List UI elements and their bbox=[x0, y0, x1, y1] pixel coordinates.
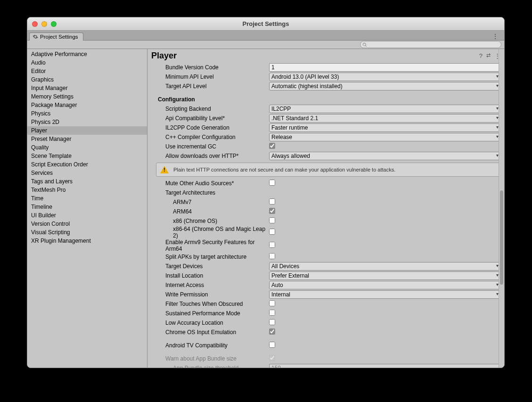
scripting-backend-label: Scripting Backend bbox=[156, 106, 269, 112]
sidebar-item-time[interactable]: Time bbox=[27, 194, 147, 203]
min-api-dropdown[interactable]: Android 13.0 (API level 33) bbox=[269, 73, 501, 81]
api-compat-dropdown[interactable]: .NET Standard 2.1 bbox=[269, 114, 501, 123]
titlebar: Project Settings bbox=[27, 17, 504, 31]
arch-arm64-label: ARM64 bbox=[156, 208, 269, 215]
sidebar-item-memory-settings[interactable]: Memory Settings bbox=[27, 92, 147, 101]
warning-icon bbox=[160, 166, 169, 173]
sidebar-item-package-manager[interactable]: Package Manager bbox=[27, 101, 147, 109]
bundle-threshold-label: App Bundle size threshold bbox=[156, 365, 269, 368]
sidebar-item-audio[interactable]: Audio bbox=[27, 58, 147, 67]
warn-bundle-checkbox bbox=[269, 355, 275, 361]
sidebar-item-version-control[interactable]: Version Control bbox=[27, 220, 147, 228]
bundle-version-code-input[interactable] bbox=[269, 63, 501, 72]
http-dropdown[interactable]: Always allowed bbox=[269, 152, 501, 160]
target-api-label: Target API Level bbox=[156, 83, 269, 90]
sustained-perf-label: Sustained Performance Mode bbox=[156, 310, 269, 317]
il2cpp-codegen-dropdown[interactable]: Faster runtime bbox=[269, 123, 501, 132]
bundle-threshold-input bbox=[269, 364, 501, 368]
internet-access-label: Internet Access bbox=[156, 282, 269, 288]
page-title: Player bbox=[151, 51, 177, 61]
low-accuracy-checkbox[interactable] bbox=[269, 319, 275, 325]
arch-x86-64-label: x86-64 (Chrome OS and Magic Leap 2) bbox=[156, 226, 269, 239]
split-apks-label: Split APKs by target architecture bbox=[156, 254, 269, 260]
search-row bbox=[27, 41, 504, 49]
sidebar-item-physics[interactable]: Physics bbox=[27, 109, 147, 118]
sidebar-item-scene-template[interactable]: Scene Template bbox=[27, 152, 147, 160]
window-title: Project Settings bbox=[27, 20, 504, 27]
sidebar-item-visual-scripting[interactable]: Visual Scripting bbox=[27, 228, 147, 237]
incremental-gc-label: Use incremental GC bbox=[156, 143, 269, 150]
sidebar-item-input-manager[interactable]: Input Manager bbox=[27, 84, 147, 92]
tab-project-settings[interactable]: Project Settings bbox=[29, 33, 83, 41]
sidebar-item-editor[interactable]: Editor bbox=[27, 67, 147, 75]
gear-icon bbox=[33, 34, 38, 40]
chrome-os-input-label: Chrome OS Input Emulation bbox=[156, 329, 269, 336]
mute-other-audio-label: Mute Other Audio Sources* bbox=[156, 180, 269, 187]
android-tv-checkbox[interactable] bbox=[269, 342, 275, 348]
sidebar-item-timeline[interactable]: Timeline bbox=[27, 203, 147, 211]
filter-touches-label: Filter Touches When Obscured bbox=[156, 301, 269, 307]
sidebar-item-graphics[interactable]: Graphics bbox=[27, 75, 147, 84]
scrollbar-thumb[interactable] bbox=[500, 190, 503, 285]
sidebar: Adaptive PerformanceAudioEditorGraphicsI… bbox=[27, 49, 147, 368]
warn-bundle-label: Warn about App Bundle size bbox=[156, 355, 269, 362]
presets-icon[interactable]: ⇄ bbox=[486, 52, 491, 59]
split-apks-checkbox[interactable] bbox=[269, 253, 275, 259]
arch-armv7-label: ARMv7 bbox=[156, 199, 269, 205]
sidebar-item-preset-manager[interactable]: Preset Manager bbox=[27, 135, 147, 143]
settings-body: Bundle Version Code Minimum API Level An… bbox=[147, 62, 504, 368]
help-icon[interactable]: ? bbox=[479, 52, 483, 59]
write-permission-dropdown[interactable]: Internal bbox=[269, 290, 501, 299]
configuration-heading: Configuration bbox=[156, 96, 269, 103]
bundle-version-code-label: Bundle Version Code bbox=[156, 64, 269, 71]
sidebar-item-services[interactable]: Services bbox=[27, 169, 147, 177]
il2cpp-codegen-label: IL2CPP Code Generation bbox=[156, 124, 269, 131]
search-icon bbox=[362, 42, 367, 47]
target-api-dropdown[interactable]: Automatic (highest installed) bbox=[269, 82, 501, 90]
install-location-label: Install Location bbox=[156, 272, 269, 279]
internet-access-dropdown[interactable]: Auto bbox=[269, 281, 501, 289]
http-warning-text: Plain text HTTP connections are not secu… bbox=[173, 167, 395, 172]
armv9-sec-checkbox[interactable] bbox=[269, 242, 275, 248]
sidebar-item-adaptive-performance[interactable]: Adaptive Performance bbox=[27, 50, 147, 58]
incremental-gc-checkbox[interactable] bbox=[269, 143, 275, 149]
arch-armv7-checkbox[interactable] bbox=[269, 198, 275, 205]
tab-row: Project Settings ⋮ bbox=[27, 31, 504, 41]
sidebar-item-quality[interactable]: Quality bbox=[27, 143, 147, 152]
main-panel: Player ? ⇄ ⋮ Bundle Version Code Minimum… bbox=[147, 49, 504, 368]
sustained-perf-checkbox[interactable] bbox=[269, 310, 275, 316]
target-arch-label: Target Architectures bbox=[156, 189, 269, 196]
arch-arm64-checkbox[interactable] bbox=[269, 208, 275, 214]
android-tv-label: Android TV Compatibility bbox=[156, 342, 269, 349]
sidebar-item-textmesh-pro[interactable]: TextMesh Pro bbox=[27, 186, 147, 194]
cpp-compiler-dropdown[interactable]: Release bbox=[269, 133, 501, 141]
mute-other-audio-checkbox[interactable] bbox=[269, 180, 275, 186]
sidebar-item-xr-plugin-management[interactable]: XR Plugin Management bbox=[27, 237, 147, 245]
search-input[interactable] bbox=[360, 41, 501, 48]
low-accuracy-label: Low Accuracy Location bbox=[156, 320, 269, 326]
sidebar-item-ui-builder[interactable]: UI Builder bbox=[27, 211, 147, 220]
target-devices-label: Target Devices bbox=[156, 263, 269, 270]
chrome-os-input-checkbox[interactable] bbox=[269, 328, 275, 335]
write-permission-label: Write Permission bbox=[156, 291, 269, 298]
armv9-sec-label: Enable Armv9 Security Features for Arm64 bbox=[156, 239, 269, 252]
arch-x86-checkbox[interactable] bbox=[269, 217, 275, 223]
http-label: Allow downloads over HTTP* bbox=[156, 153, 269, 159]
api-compat-label: Api Compatibility Level* bbox=[156, 115, 269, 122]
sidebar-item-script-execution-order[interactable]: Script Execution Order bbox=[27, 160, 147, 169]
http-warning-box: Plain text HTTP connections are not secu… bbox=[156, 163, 499, 177]
scripting-backend-dropdown[interactable]: IL2CPP bbox=[269, 105, 501, 113]
arch-x86-label: x86 (Chrome OS) bbox=[156, 218, 269, 224]
scrollbar[interactable] bbox=[499, 49, 504, 368]
min-api-label: Minimum API Level bbox=[156, 74, 269, 80]
sidebar-item-player[interactable]: Player bbox=[27, 126, 147, 135]
project-settings-window: Project Settings Project Settings ⋮ Adap… bbox=[27, 17, 505, 368]
arch-x86-64-checkbox[interactable] bbox=[269, 229, 275, 235]
sidebar-item-tags-and-layers[interactable]: Tags and Layers bbox=[27, 177, 147, 186]
cpp-compiler-label: C++ Compiler Configuration bbox=[156, 134, 269, 140]
filter-touches-checkbox[interactable] bbox=[269, 300, 275, 306]
sidebar-item-physics-2d[interactable]: Physics 2D bbox=[27, 118, 147, 126]
tab-menu-icon[interactable]: ⋮ bbox=[489, 33, 501, 40]
install-location-dropdown[interactable]: Prefer External bbox=[269, 271, 501, 280]
target-devices-dropdown[interactable]: All Devices bbox=[269, 262, 501, 271]
